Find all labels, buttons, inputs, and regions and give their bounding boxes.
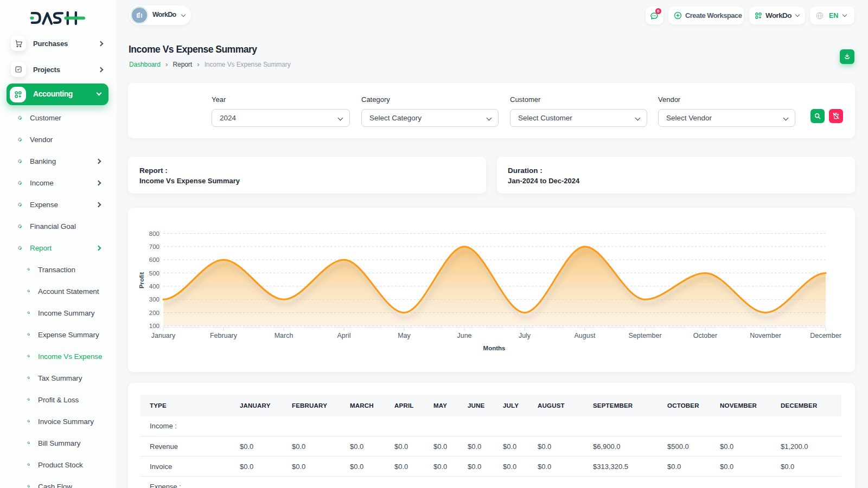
- svg-text:300: 300: [149, 296, 159, 303]
- svg-text:October: October: [693, 332, 717, 339]
- svg-text:100: 100: [149, 323, 159, 329]
- svg-text:May: May: [398, 332, 411, 339]
- svg-text:November: November: [750, 332, 781, 339]
- svg-text:January: January: [151, 332, 176, 339]
- svg-text:December: December: [810, 332, 841, 339]
- svg-text:June: June: [457, 332, 471, 339]
- svg-text:800: 800: [149, 230, 159, 237]
- svg-text:April: April: [337, 332, 350, 339]
- svg-text:July: July: [519, 332, 531, 339]
- svg-text:February: February: [210, 332, 238, 339]
- svg-text:March: March: [275, 332, 293, 339]
- svg-text:September: September: [628, 332, 661, 339]
- svg-text:700: 700: [149, 243, 159, 250]
- svg-text:Months: Months: [483, 345, 506, 351]
- svg-text:200: 200: [149, 310, 159, 316]
- svg-text:Profit: Profit: [138, 272, 145, 288]
- svg-text:500: 500: [149, 270, 159, 277]
- svg-text:600: 600: [149, 256, 159, 263]
- svg-text:400: 400: [149, 283, 159, 290]
- svg-text:August: August: [575, 332, 596, 339]
